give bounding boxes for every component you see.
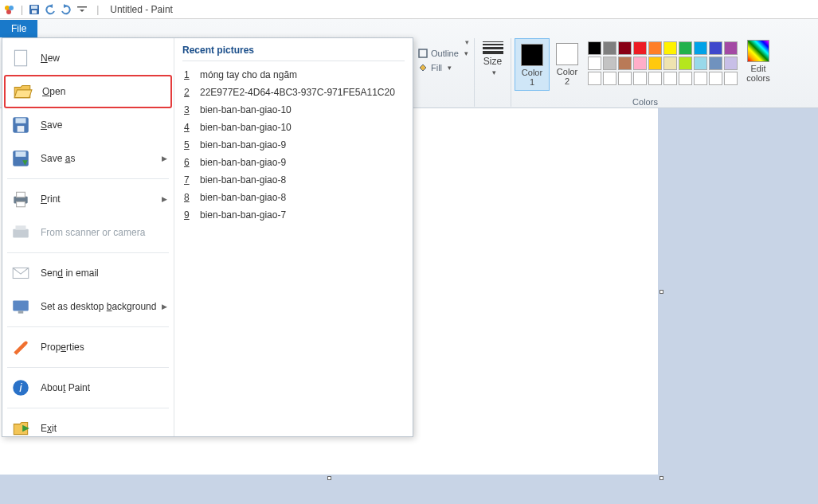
color-swatch[interactable] xyxy=(618,57,632,70)
menu-item-exit[interactable]: Exit xyxy=(2,412,174,445)
recent-item-number: 3 xyxy=(184,104,192,115)
color-swatch[interactable] xyxy=(709,57,722,70)
svg-rect-5 xyxy=(32,10,37,14)
colors-group: Color 1 Color 2 Edit colors Colors xyxy=(511,38,779,107)
svg-rect-10 xyxy=(16,118,26,123)
ribbon-groups-right: ▾ Outline ▾ Fill ▾ Size ▾ Color 1 xyxy=(414,38,779,107)
recent-item[interactable]: 4bien-ban-ban-giao-10 xyxy=(182,119,405,136)
app-icon xyxy=(3,3,16,16)
menu-item-label: Print xyxy=(41,193,61,205)
color2-swatch xyxy=(556,43,578,65)
color-swatch[interactable] xyxy=(709,41,722,55)
open-icon xyxy=(12,81,33,102)
email-icon xyxy=(10,263,31,283)
color-swatch[interactable] xyxy=(588,41,601,55)
color1-button[interactable]: Color 1 xyxy=(515,38,550,91)
swatch-row-3 xyxy=(588,72,738,85)
color-swatch[interactable] xyxy=(663,41,677,55)
color-swatch[interactable] xyxy=(633,72,647,85)
color-swatch[interactable] xyxy=(724,72,738,85)
menu-item-about[interactable]: i About Paint xyxy=(2,371,174,404)
desktop-icon xyxy=(10,296,31,317)
color-swatch[interactable] xyxy=(694,41,707,55)
color2-button[interactable]: Color 2 xyxy=(550,38,585,91)
resize-handle-bottom[interactable] xyxy=(327,476,331,480)
recent-item[interactable]: 222E977E2-4D64-4BC3-937C-971FE5A11C20 xyxy=(182,84,405,101)
recent-item-number: 9 xyxy=(184,209,192,221)
recent-item[interactable]: 5bien-ban-ban-giao-9 xyxy=(182,136,405,154)
menu-divider xyxy=(7,408,169,408)
menu-item-email[interactable]: Send in email xyxy=(2,256,174,290)
menu-item-label: About Paint xyxy=(41,382,90,393)
recent-item-name: 22E977E2-4D64-4BC3-937C-971FE5A11C20 xyxy=(200,87,395,98)
menu-item-label: Send in email xyxy=(41,268,99,279)
shapes-options-group: ▾ Outline ▾ Fill ▾ xyxy=(414,38,475,107)
color-swatch[interactable] xyxy=(603,72,616,85)
svg-rect-20 xyxy=(13,300,29,311)
svg-rect-6 xyxy=(77,6,87,8)
menu-item-saveas[interactable]: Save as ▶ xyxy=(2,142,174,175)
menu-item-properties[interactable]: Properties xyxy=(2,330,174,364)
recent-item[interactable]: 7bien-ban-ban-giao-8 xyxy=(182,171,405,189)
color-swatch[interactable] xyxy=(648,57,662,70)
recent-item[interactable]: 3bien-ban-ban-giao-10 xyxy=(182,101,405,119)
menu-item-label: Save xyxy=(41,119,62,131)
chevron-down-icon[interactable]: ▾ xyxy=(465,38,469,46)
edit-colors-label: Edit colors xyxy=(746,64,769,83)
color-swatch[interactable] xyxy=(679,72,692,85)
color-swatch[interactable] xyxy=(709,72,722,85)
color-swatch[interactable] xyxy=(663,57,677,70)
color-swatch[interactable] xyxy=(618,72,632,85)
color-swatch[interactable] xyxy=(724,57,738,70)
color-swatch[interactable] xyxy=(603,41,616,55)
edit-colors-button[interactable]: Edit colors xyxy=(741,38,776,91)
menu-item-scanner: From scanner or camera xyxy=(2,216,174,249)
menu-item-new[interactable]: New xyxy=(2,41,174,75)
color-swatch[interactable] xyxy=(679,41,692,55)
recent-item-number: 6 xyxy=(184,157,192,168)
resize-handle-right[interactable] xyxy=(659,290,663,294)
color-swatch[interactable] xyxy=(724,41,738,55)
color-swatch[interactable] xyxy=(603,57,616,70)
menu-item-open[interactable]: Open xyxy=(4,75,172,108)
recent-item[interactable]: 8bien-ban-ban-giao-8 xyxy=(182,189,405,206)
menu-item-save[interactable]: Save xyxy=(2,108,174,142)
menu-item-label: Set as desktop background xyxy=(41,301,156,312)
menu-item-desktop[interactable]: Set as desktop background ▶ xyxy=(2,290,174,323)
recent-item-number: 5 xyxy=(184,139,192,150)
color-swatch[interactable] xyxy=(679,57,692,70)
menu-item-print[interactable]: Print ▶ xyxy=(2,182,174,216)
submenu-arrow-icon: ▶ xyxy=(162,195,167,203)
color-swatch[interactable] xyxy=(633,57,647,70)
color-swatch[interactable] xyxy=(588,57,601,70)
outline-button[interactable]: Outline ▾ xyxy=(417,46,468,61)
color-swatch[interactable] xyxy=(618,41,632,55)
color-swatch[interactable] xyxy=(694,72,707,85)
separator: | xyxy=(21,4,23,15)
undo-qat-button[interactable] xyxy=(44,3,57,16)
redo-qat-button[interactable] xyxy=(60,3,72,16)
color-swatch[interactable] xyxy=(588,72,601,85)
resize-handle-corner[interactable] xyxy=(659,476,663,480)
size-button[interactable]: Size ▾ xyxy=(477,38,509,91)
color-palette xyxy=(585,38,741,91)
save-qat-button[interactable] xyxy=(28,3,41,16)
swatch-row-1 xyxy=(588,41,738,55)
color-swatch[interactable] xyxy=(663,72,677,85)
separator: | xyxy=(96,4,99,15)
qat-customize-button[interactable] xyxy=(76,3,88,16)
recent-item-number: 4 xyxy=(184,122,192,133)
submenu-arrow-icon: ▶ xyxy=(162,154,167,162)
menu-item-label: New xyxy=(41,53,60,64)
recent-item[interactable]: 9bien-ban-ban-giao-7 xyxy=(182,206,405,224)
color-swatch[interactable] xyxy=(648,72,662,85)
recent-item[interactable]: 6bien-ban-ban-giao-9 xyxy=(182,154,405,171)
tab-file[interactable]: File xyxy=(0,20,37,37)
color-swatch[interactable] xyxy=(694,57,707,70)
color1-swatch xyxy=(521,44,543,66)
recent-item[interactable]: 1móng tay cho da ngăm xyxy=(182,66,405,84)
print-icon xyxy=(10,189,31,209)
color-swatch[interactable] xyxy=(648,41,662,55)
fill-button[interactable]: Fill ▾ xyxy=(417,61,452,75)
color-swatch[interactable] xyxy=(633,41,647,55)
